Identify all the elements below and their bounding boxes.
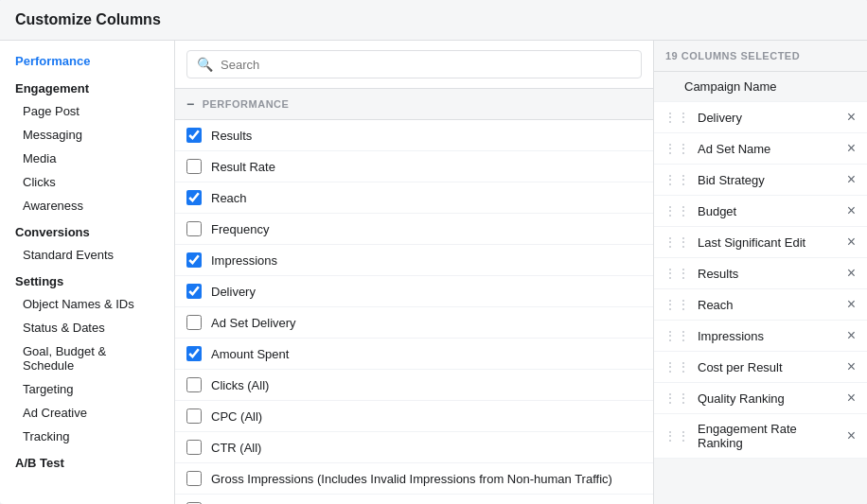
checkbox-item-ad-set-delivery[interactable]: Ad Set Delivery [175,307,653,339]
drag-handle-quality-ranking[interactable]: ⋮⋮ [664,391,690,406]
checkbox-label-gross-impressions: Gross Impressions (Includes Invalid Impr… [211,472,612,486]
selected-item-label-reach: Reach [698,298,845,312]
sidebar-header-engagement-header: Engagement [0,74,174,99]
selected-item-label-delivery: Delivery [698,111,845,125]
right-column-header: 19 COLUMNS SELECTED [654,41,867,72]
checkbox-item-cpc-all[interactable]: CPC (All) [175,401,653,432]
remove-btn-impressions[interactable]: × [845,328,858,343]
sidebar-sub-object-names[interactable]: Object Names & IDs [0,292,174,316]
sidebar-sub-messaging[interactable]: Messaging [0,123,174,147]
sidebar-sub-tracking[interactable]: Tracking [0,425,174,448]
checkbox-item-clicks-all[interactable]: Clicks (All) [175,370,653,401]
sidebar-sub-standard-events[interactable]: Standard Events [0,243,174,267]
drag-handle-bid-strategy[interactable]: ⋮⋮ [664,172,690,187]
checkbox-label-ad-set-delivery: Ad Set Delivery [211,316,296,330]
remove-btn-quality-ranking[interactable]: × [845,391,858,406]
checkbox-results[interactable] [186,128,202,143]
checkbox-gross-impressions[interactable] [186,471,202,486]
checkbox-item-delivery[interactable]: Delivery [175,276,653,307]
remove-btn-cost-per-result[interactable]: × [845,359,858,374]
remove-btn-reach[interactable]: × [845,297,858,312]
checkbox-result-rate[interactable] [186,159,202,174]
checkbox-cpc-all[interactable] [186,408,202,424]
checkbox-item-reach[interactable]: Reach [175,182,653,214]
checkbox-clicks-all[interactable] [186,377,202,392]
drag-handle-budget[interactable]: ⋮⋮ [664,203,690,218]
checkbox-item-results[interactable]: Results [175,120,653,151]
remove-btn-results[interactable]: × [845,266,858,281]
checkbox-amount-spent[interactable] [186,346,202,361]
drag-handle-engagement-rate-ranking[interactable]: ⋮⋮ [664,428,690,443]
sidebar-sub-targeting[interactable]: Targeting [0,377,174,401]
checkbox-list: ResultsResult RateReachFrequencyImpressi… [175,120,653,504]
checkbox-ctr-all[interactable] [186,440,202,455]
checkbox-label-reach: Reach [211,191,247,205]
remove-btn-budget[interactable]: × [845,203,858,218]
selected-item-delivery: ⋮⋮Delivery× [654,102,867,133]
sidebar-item-performance[interactable]: Performance [0,48,174,74]
modal-container: Customize Columns PerformanceEngagementP… [0,0,867,504]
selected-item-label-last-significant-edit: Last Significant Edit [698,235,845,250]
checkbox-item-auto-refresh[interactable]: Auto-Refresh Impressions [175,495,653,504]
selected-item-last-significant-edit: ⋮⋮Last Significant Edit× [654,227,867,258]
remove-btn-last-significant-edit[interactable]: × [845,235,858,250]
modal-title: Customize Columns [15,11,852,28]
selected-item-label-impressions: Impressions [698,329,845,343]
drag-handle-impressions[interactable]: ⋮⋮ [664,328,690,343]
remove-btn-bid-strategy[interactable]: × [845,172,858,187]
drag-handle-results[interactable]: ⋮⋮ [664,266,690,281]
drag-handle-delivery[interactable]: ⋮⋮ [664,110,690,125]
selected-item-budget: ⋮⋮Budget× [654,196,867,227]
checkbox-label-results: Results [211,129,252,143]
selected-item-ad-set-name: ⋮⋮Ad Set Name× [654,133,867,165]
checkbox-item-frequency[interactable]: Frequency [175,214,653,245]
drag-handle-ad-set-name[interactable]: ⋮⋮ [664,141,690,156]
selected-item-engagement-rate-ranking: ⋮⋮Engagement Rate Ranking× [654,414,867,459]
checkbox-item-amount-spent[interactable]: Amount Spent [175,339,653,370]
checkbox-delivery[interactable] [186,284,202,299]
search-icon: 🔍 [197,57,213,72]
checkbox-item-gross-impressions[interactable]: Gross Impressions (Includes Invalid Impr… [175,463,653,495]
selected-item-label-cost-per-result: Cost per Result [698,360,845,374]
selected-item-reach: ⋮⋮Reach× [654,289,867,321]
sidebar-sub-clicks[interactable]: Clicks [0,170,174,194]
remove-btn-delivery[interactable]: × [845,110,858,125]
selected-item-impressions: ⋮⋮Impressions× [654,321,867,352]
section-label: − PERFORMANCE [175,89,653,120]
minus-icon[interactable]: − [186,96,195,112]
selected-item-label-ad-set-name: Ad Set Name [698,142,845,156]
sidebar-header-settings-header: Settings [0,267,174,292]
remove-btn-engagement-rate-ranking[interactable]: × [845,428,858,443]
checkbox-impressions[interactable] [186,252,202,268]
sidebar-sub-page-post[interactable]: Page Post [0,99,174,123]
checkbox-frequency[interactable] [186,221,202,236]
selected-item-bid-strategy: ⋮⋮Bid Strategy× [654,165,867,196]
selected-item-label-budget: Budget [698,204,845,218]
checkbox-ad-set-delivery[interactable] [186,315,202,330]
right-column: 19 COLUMNS SELECTED Campaign Name⋮⋮Deliv… [654,41,867,504]
middle-column: 🔍 − PERFORMANCE ResultsResult RateReachF… [175,41,654,504]
drag-handle-cost-per-result[interactable]: ⋮⋮ [664,359,690,374]
remove-btn-ad-set-name[interactable]: × [845,141,858,156]
selected-item-results: ⋮⋮Results× [654,258,867,289]
checkbox-item-ctr-all[interactable]: CTR (All) [175,432,653,463]
selected-item-label-results: Results [698,267,845,281]
sidebar-sub-status-dates[interactable]: Status & Dates [0,316,174,339]
checkbox-label-amount-spent: Amount Spent [211,347,289,361]
search-input-wrapper: 🔍 [186,50,642,78]
checkbox-label-clicks-all: Clicks (All) [211,378,269,392]
selected-item-campaign-name: Campaign Name [654,72,867,102]
checkbox-item-result-rate[interactable]: Result Rate [175,151,653,182]
drag-handle-reach[interactable]: ⋮⋮ [664,297,690,312]
selected-items-list: Campaign Name⋮⋮Delivery×⋮⋮Ad Set Name×⋮⋮… [654,72,867,459]
checkbox-reach[interactable] [186,190,202,205]
search-input[interactable] [221,58,631,72]
selected-item-quality-ranking: ⋮⋮Quality Ranking× [654,383,867,414]
sidebar-sub-media[interactable]: Media [0,147,174,170]
checkbox-label-result-rate: Result Rate [211,160,275,174]
checkbox-item-impressions[interactable]: Impressions [175,245,653,276]
sidebar-sub-goal-budget[interactable]: Goal, Budget & Schedule [0,339,174,377]
drag-handle-last-significant-edit[interactable]: ⋮⋮ [664,235,690,250]
sidebar-sub-ad-creative[interactable]: Ad Creative [0,401,174,425]
sidebar-sub-awareness[interactable]: Awareness [0,194,174,217]
